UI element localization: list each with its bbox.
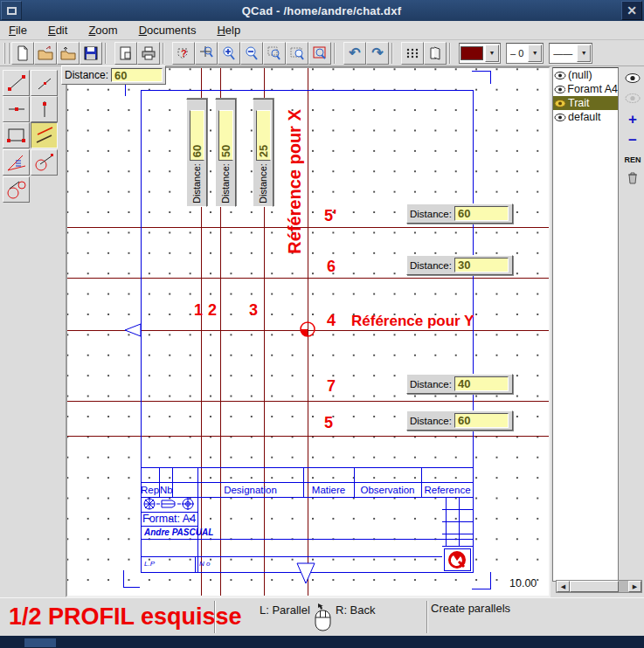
scrollbar-thumb[interactable] [570,581,619,592]
add-layer-button[interactable]: + [623,112,642,128]
grid-toggle-button[interactable] [401,42,424,65]
tool-line-horizontal[interactable] [3,96,30,122]
delete-layer-button[interactable] [623,169,642,185]
eye-icon[interactable] [554,113,566,122]
print-button[interactable] [137,42,160,65]
tool-tangent-point-circle[interactable] [31,149,58,176]
tool-rectangle[interactable] [3,122,30,148]
distance-label: Distance: [65,69,108,81]
titleblock-author: Andre PASCUAL [144,527,213,537]
tool-line-vertical[interactable] [31,96,58,122]
distance-input[interactable]: 60 [111,68,163,82]
zoom-in-button[interactable] [218,42,240,65]
import-button[interactable] [57,42,80,65]
zoom-auto-button[interactable] [195,42,218,65]
tool-line-angle[interactable] [31,70,58,96]
annotation-1: 1 [194,302,203,318]
layer-list[interactable]: (null) Foramt A4 Trait default [552,67,619,582]
grid-spacing-label: 10.00 [509,577,537,589]
redraw-button[interactable]: ? [172,42,195,65]
drawing-canvas[interactable]: Rep Nb Designation Matiere Observation R… [66,66,551,597]
rename-layer-button[interactable]: REN [623,152,642,168]
distance-input[interactable]: 25 [256,110,271,161]
distance-input[interactable]: 60 [454,413,509,428]
zoom-out-button[interactable] [240,42,263,65]
distance-input[interactable]: 60 [454,206,509,221]
bisector-icon [5,152,28,173]
line-style-select[interactable]: —— ▼ [549,43,592,64]
tool-parallel[interactable] [31,122,58,148]
window-title: QCad - /home/andre/chat.dxf [24,4,620,17]
close-button[interactable]: ✕ [621,1,642,20]
titleblock-line [141,482,474,483]
chevron-down-icon[interactable]: ▼ [528,45,542,62]
qcad-logo-box [444,548,471,571]
scroll-right-button[interactable]: ▶ [628,581,641,592]
chevron-down-icon[interactable]: ▼ [485,45,499,62]
menu-help[interactable]: Help [217,24,240,37]
zoom-pan-button[interactable] [286,42,308,65]
tool-tangent-two-circles[interactable] [3,176,30,203]
scrollbar-track[interactable] [619,581,628,592]
layer-row-selected[interactable]: Trait [553,96,618,110]
rectangle-icon [5,125,28,146]
open-file-button[interactable] [34,42,57,65]
undo-button[interactable]: ↶ [343,42,366,65]
annotation-5prime: 5' [324,208,336,224]
menu-zoom[interactable]: Zoom [88,24,117,37]
tool-options-panel: Distance: 60 [61,65,166,85]
eye-icon[interactable] [554,85,565,94]
redo-button[interactable]: ↷ [366,42,389,65]
layer-panel: (null) Foramt A4 Trait default [551,66,644,597]
titleblock-line [141,556,442,557]
eye-icon[interactable] [554,71,566,80]
distance-widget: Distance:60 [406,410,513,431]
layer-row[interactable]: (null) [553,68,618,82]
resize-handle[interactable] [24,638,56,647]
status-divider [426,601,428,633]
layer-row[interactable]: default [553,110,618,124]
tool-bisector[interactable] [3,149,30,176]
new-file-icon [15,45,31,61]
titleblock-line [442,546,474,547]
menu-file[interactable]: File [9,24,27,37]
toolbar-separator [334,43,341,64]
line-2points-icon [5,72,28,93]
printer-icon [141,45,156,61]
titleblock-line [442,509,474,510]
print-preview-button[interactable] [114,42,137,65]
window-bottom-border [0,636,644,648]
status-bar: 1/2 PROFIL esquisse L: Parallel R: Back … [0,597,644,636]
draft-mode-button[interactable] [424,42,447,65]
line-width-select[interactable]: – 0 ▼ [506,43,544,64]
left-arrow-marker [123,322,142,338]
horizontal-scrollbar[interactable]: ◀ ▶ [556,580,642,593]
zoom-previous-button[interactable] [308,42,331,65]
show-all-layers-button[interactable] [623,70,642,86]
folder-up-icon [60,45,76,61]
tool-line-2points[interactable] [3,70,30,96]
toolbar-handle[interactable] [3,43,10,64]
eye-icon[interactable] [554,99,566,108]
system-menu-button[interactable] [1,1,22,20]
distance-input[interactable]: 30 [454,258,509,272]
distance-label: Distance: [191,163,202,203]
save-button[interactable] [80,42,102,65]
distance-input[interactable]: 50 [218,110,233,161]
layer-row[interactable]: Foramt A4 [553,82,618,96]
menu-edit[interactable]: Edit [48,24,67,37]
chevron-down-icon[interactable]: ▼ [577,45,591,62]
color-select[interactable]: ▼ [459,43,501,64]
menu-documents[interactable]: Documents [139,24,197,37]
scroll-left-button[interactable]: ◀ [557,581,570,592]
rename-label: REN [624,155,641,164]
distance-input[interactable]: 60 [190,110,204,161]
titleblock-line [442,521,474,522]
distance-input[interactable]: 40 [454,376,509,391]
main-area: Distance: 60 [0,66,644,597]
title-bar[interactable]: QCad - /home/andre/chat.dxf ✕ [0,0,644,21]
new-file-button[interactable] [11,42,34,65]
remove-layer-button[interactable]: − [623,133,642,148]
hide-all-layers-button[interactable] [623,90,642,106]
zoom-window-button[interactable] [263,42,286,65]
